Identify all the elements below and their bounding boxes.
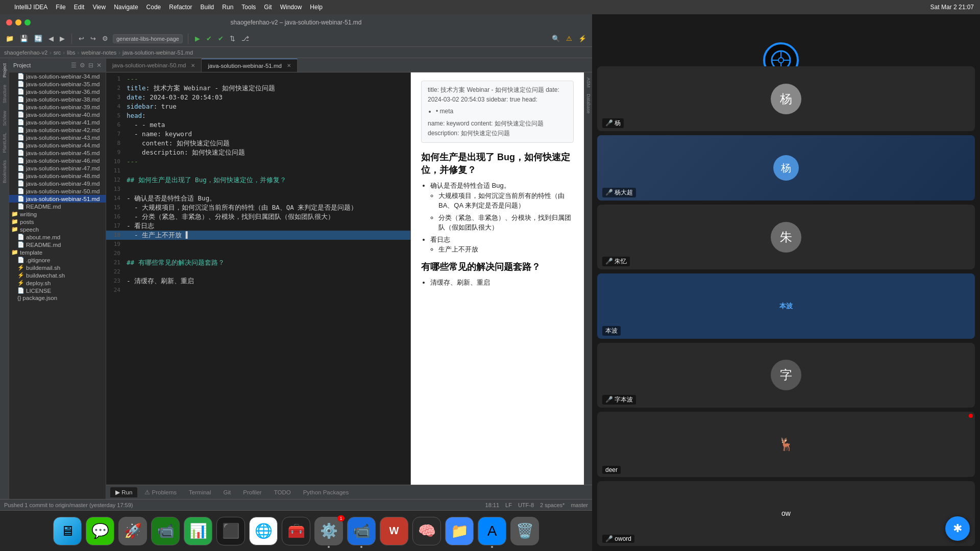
tree-item-java-solution-webinar-36-md[interactable]: 📄java-solution-webinar-36.md	[9, 88, 106, 95]
tab-51-close[interactable]: ✕	[287, 63, 291, 68]
bottom-tab-terminal[interactable]: Terminal	[184, 488, 216, 497]
sidebar-scview[interactable]: ScView	[1, 108, 8, 129]
dock-appstore[interactable]: A	[478, 517, 506, 545]
menu-navigate[interactable]: Navigate	[114, 4, 138, 11]
save-icon[interactable]: 💾	[18, 34, 30, 43]
menu-view[interactable]: View	[92, 4, 106, 11]
breadcrumb-libs[interactable]: libs	[67, 49, 76, 56]
bottom-tab-git[interactable]: Git	[218, 488, 236, 497]
dock-sysprefs[interactable]: ⚙️1	[314, 517, 343, 545]
redo-icon[interactable]: ↪	[89, 34, 97, 43]
dock-trash[interactable]: 🗑️	[510, 517, 539, 545]
breadcrumb-notes[interactable]: webinar-notes	[81, 49, 116, 56]
run-icon[interactable]: ▶	[193, 34, 202, 43]
bottom-tab-run[interactable]: ▶ Run	[110, 487, 137, 497]
code-editor[interactable]: 1---2title: 技术方案 Webinar - 如何快速定位问题3date…	[106, 72, 410, 485]
tree-item-buildemail-sh[interactable]: ⚡buildemail.sh	[9, 264, 106, 271]
dock-mindnode[interactable]: 🧠	[412, 517, 441, 545]
tree-item-java-solution-webinar-45-md[interactable]: 📄java-solution-webinar-45.md	[9, 149, 106, 157]
tree-item-writing[interactable]: 📁writing	[9, 210, 106, 218]
dock-numbers[interactable]: 📊	[184, 517, 212, 545]
menu-code[interactable]: Code	[146, 4, 161, 11]
bottom-tab-profiler[interactable]: Profiler	[238, 488, 266, 497]
bottom-tab-problems[interactable]: ⚠ Problems	[139, 487, 182, 497]
git-fetch-icon[interactable]: ⇅	[228, 34, 237, 43]
back-icon[interactable]: ◀	[47, 34, 55, 43]
breadcrumb-src[interactable]: src	[54, 49, 61, 56]
tree-item-README-md[interactable]: 📄README.md	[9, 203, 106, 210]
dock-finder[interactable]: 🖥	[53, 517, 82, 545]
branch-btn[interactable]: generate-libs-home-page	[113, 34, 183, 43]
tree-item-posts[interactable]: 📁posts	[9, 218, 106, 226]
tab-50-close[interactable]: ✕	[191, 63, 195, 68]
minimize-button[interactable]	[15, 19, 21, 26]
git-check-icon[interactable]: ✔	[205, 34, 213, 43]
float-star-button[interactable]: ✱	[945, 516, 970, 541]
notification-icon[interactable]: ⚠	[565, 34, 574, 43]
tree-item-java-solution-webinar-43-md[interactable]: 📄java-solution-webinar-43.md	[9, 134, 106, 141]
dock-files[interactable]: 📁	[445, 517, 474, 545]
dock-chrome[interactable]: 🌐	[249, 517, 278, 545]
sidebar-plantuml[interactable]: PlantUML	[1, 130, 8, 156]
tree-item-package-json[interactable]: {}package.json	[9, 294, 106, 302]
tree-item-java-solution-webinar-35-md[interactable]: 📄java-solution-webinar-35.md	[9, 80, 106, 88]
tree-icon-gear[interactable]: ⚙	[80, 62, 85, 69]
tree-item-java-solution-webinar-51-md[interactable]: 📄java-solution-webinar-51.md	[9, 195, 106, 203]
forward-icon[interactable]: ▶	[58, 34, 66, 43]
right-tab-database[interactable]: Database	[585, 91, 592, 117]
undo-icon[interactable]: ↩	[77, 34, 86, 43]
menu-help[interactable]: Help	[310, 4, 323, 11]
menu-window[interactable]: Window	[280, 4, 302, 11]
power-icon[interactable]: ⚡	[577, 34, 588, 43]
dock-facetime[interactable]: 📹	[151, 517, 180, 545]
tree-item-deploy-sh[interactable]: ⚡deploy.sh	[9, 279, 106, 287]
tree-item-template[interactable]: 📁template	[9, 248, 106, 256]
dock-zoom[interactable]: 📹	[347, 517, 376, 545]
dock-jetbrains[interactable]: 🧰	[282, 517, 310, 545]
tree-item-README-md[interactable]: 📄README.md	[9, 241, 106, 248]
tree-item-java-solution-webinar-40-md[interactable]: 📄java-solution-webinar-40.md	[9, 111, 106, 118]
maximize-button[interactable]	[24, 19, 31, 26]
tree-item-java-solution-webinar-39-md[interactable]: 📄java-solution-webinar-39.md	[9, 103, 106, 111]
menu-tools[interactable]: Tools	[241, 4, 256, 11]
git-push-icon[interactable]: ✔	[216, 34, 225, 43]
sidebar-bookmarks[interactable]: Bookmarks	[1, 157, 8, 186]
close-button[interactable]	[6, 19, 12, 26]
tree-item-buildwechat-sh[interactable]: ⚡buildwechat.sh	[9, 271, 106, 279]
dock-terminal[interactable]: ⬛	[216, 517, 245, 545]
menu-refactor[interactable]: Refactor	[169, 4, 192, 11]
breadcrumb-root[interactable]: shaogefenhao-v2	[4, 49, 47, 56]
breadcrumb-file[interactable]: java-solution-webinar-51.md	[122, 49, 193, 56]
settings-icon[interactable]: ⚙	[101, 34, 110, 43]
tree-item-java-solution-webinar-47-md[interactable]: 📄java-solution-webinar-47.md	[9, 164, 106, 172]
tree-item-speech[interactable]: 📁speech	[9, 226, 106, 233]
bottom-tab-todo[interactable]: TODO	[269, 488, 296, 497]
tab-50[interactable]: java-solution-webinar-50.md ✕	[106, 59, 202, 72]
tree-item-LICENSE[interactable]: 📄LICENSE	[9, 287, 106, 294]
tree-icon-settings[interactable]: ☰	[71, 62, 77, 69]
tree-item-java-solution-webinar-42-md[interactable]: 📄java-solution-webinar-42.md	[9, 126, 106, 134]
sidebar-project[interactable]: Project	[1, 60, 8, 81]
tree-item--gitignore[interactable]: 📄.gitignore	[9, 256, 106, 264]
sidebar-structure[interactable]: Structure	[1, 82, 8, 107]
tree-item-java-solution-webinar-50-md[interactable]: 📄java-solution-webinar-50.md	[9, 187, 106, 195]
tree-item-java-solution-webinar-41-md[interactable]: 📄java-solution-webinar-41.md	[9, 118, 106, 126]
tree-item-about-me-md[interactable]: 📄about.me.md	[9, 233, 106, 241]
right-tab-asm[interactable]: ASM	[585, 74, 592, 91]
tree-item-java-solution-webinar-49-md[interactable]: 📄java-solution-webinar-49.md	[9, 180, 106, 187]
tree-item-java-solution-webinar-38-md[interactable]: 📄java-solution-webinar-38.md	[9, 95, 106, 103]
tree-icon-close[interactable]: ✕	[96, 62, 102, 69]
menu-git[interactable]: Git	[264, 4, 272, 11]
dock-wps[interactable]: W	[380, 517, 408, 545]
git-branch-icon[interactable]: ⎇	[240, 34, 251, 43]
menu-file[interactable]: File	[56, 4, 65, 11]
menu-edit[interactable]: Edit	[74, 4, 85, 11]
dock-wechat[interactable]: 💬	[86, 517, 114, 545]
tree-icon-collapse[interactable]: ⊟	[88, 62, 93, 69]
menu-build[interactable]: Build	[201, 4, 214, 11]
menu-run[interactable]: Run	[222, 4, 233, 11]
sync-icon[interactable]: 🔄	[33, 34, 44, 43]
tree-item-java-solution-webinar-46-md[interactable]: 📄java-solution-webinar-46.md	[9, 157, 106, 164]
tree-item-java-solution-webinar-48-md[interactable]: 📄java-solution-webinar-48.md	[9, 172, 106, 180]
tab-51[interactable]: java-solution-webinar-51.md ✕	[202, 59, 297, 72]
